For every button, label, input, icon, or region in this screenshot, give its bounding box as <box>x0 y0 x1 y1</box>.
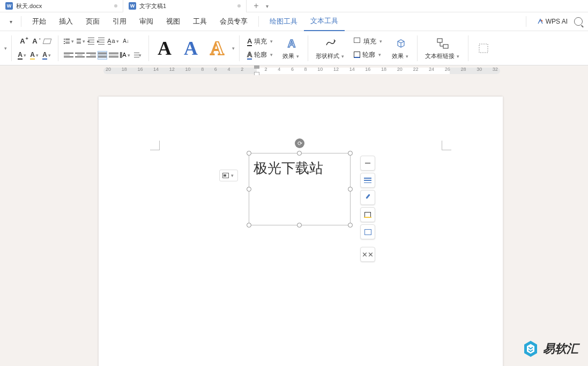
change-case-button[interactable]: A̲a▾ <box>108 36 119 47</box>
resize-handle-bl[interactable] <box>247 223 251 228</box>
align-center-button[interactable] <box>75 51 85 60</box>
bullet-list-button[interactable]: ▾ <box>64 38 75 45</box>
text-effect-button[interactable]: A 效果▾ <box>278 36 304 60</box>
svg-rect-1 <box>443 45 448 48</box>
tab-bar: W 秋天.docx W 文字文稿1 + ▾ <box>0 0 588 12</box>
rotate-handle[interactable]: ⟳ <box>295 138 304 148</box>
close-icon[interactable] <box>237 4 241 8</box>
toolbar-prev-button[interactable]: ▾ <box>3 45 8 52</box>
float-brush-button[interactable] <box>360 190 375 205</box>
minus-icon <box>365 163 370 164</box>
dashed-box-icon <box>478 42 489 54</box>
document-tab-1[interactable]: W 秋天.docx <box>0 0 123 12</box>
resize-handle-tm[interactable] <box>297 151 302 156</box>
cube-icon <box>395 37 407 50</box>
word-icon: W <box>5 2 13 10</box>
shape-fill-button[interactable]: 填充▾ <box>352 36 385 47</box>
menu-review[interactable]: 审阅 <box>133 17 160 26</box>
menu-view[interactable]: 视图 <box>160 17 187 26</box>
bucket-icon <box>364 212 371 218</box>
font-color-b-button[interactable]: A▾ <box>42 50 53 61</box>
floating-toolbar: ✕✕ <box>360 156 375 262</box>
align-distribute-button[interactable] <box>109 51 118 60</box>
resize-handle-tr[interactable] <box>348 151 353 156</box>
align-left-button[interactable] <box>64 51 73 60</box>
svg-rect-2 <box>479 44 488 53</box>
text-fill-button[interactable]: A填充▾ <box>245 36 276 47</box>
shape-style-icon <box>324 36 338 50</box>
menu-member[interactable]: 会员专享 <box>213 17 254 26</box>
document-canvas[interactable]: ▾ ⟳ 极光下载站 ✕✕ <box>0 75 588 366</box>
layout-icon <box>222 173 229 178</box>
tab-label: 秋天.docx <box>16 2 42 10</box>
watermark-logo-icon <box>523 340 539 358</box>
text-style-a2[interactable]: A <box>178 35 203 62</box>
resize-handle-br[interactable] <box>348 223 353 228</box>
menu-page[interactable]: 页面 <box>79 17 106 26</box>
font-color-a-button[interactable]: A▾ <box>17 50 28 61</box>
float-outline-button[interactable] <box>360 224 375 239</box>
menu-reference[interactable]: 引用 <box>106 17 133 26</box>
menu-text-tools[interactable]: 文本工具 <box>304 12 345 31</box>
number-list-button[interactable]: ▾ <box>77 38 86 45</box>
resize-handle-ml[interactable] <box>247 187 251 192</box>
font-grow-button[interactable]: A <box>17 36 28 47</box>
menu-dropdown-button[interactable]: ▾ <box>5 19 17 25</box>
sort-button[interactable]: A↓ <box>121 36 131 47</box>
wps-ai-label: WPS AI <box>546 18 568 25</box>
search-icon[interactable] <box>574 17 583 26</box>
horizontal-ruler[interactable]: 2018161412108642246810121416182022242628… <box>98 65 505 75</box>
svg-rect-0 <box>437 39 442 42</box>
margin-corner-icon <box>150 141 160 150</box>
float-collapse-button[interactable] <box>360 156 375 171</box>
menu-tools[interactable]: 工具 <box>187 17 213 26</box>
layout-options-button[interactable]: ▾ <box>219 170 238 181</box>
shape-style-button[interactable]: 形状样式▾ <box>311 36 349 60</box>
menu-insert[interactable]: 插入 <box>53 17 79 26</box>
text-style-more-button[interactable]: ▾ <box>231 45 236 52</box>
text-style-a3[interactable]: A <box>205 35 229 62</box>
tab-menu-button[interactable]: ▾ <box>262 3 272 9</box>
menu-bar: ▾ 开始 插入 页面 引用 审阅 视图 工具 会员专享 绘图工具 文本工具 WP… <box>0 12 588 31</box>
clear-format-button[interactable] <box>42 36 53 47</box>
indent-decrease-button[interactable] <box>88 38 96 45</box>
menu-drawing-tools[interactable]: 绘图工具 <box>263 17 304 26</box>
float-tools-button[interactable]: ✕✕ <box>360 247 375 262</box>
align-right-button[interactable] <box>86 51 96 60</box>
resize-handle-mr[interactable] <box>348 187 353 192</box>
close-icon[interactable] <box>114 4 117 8</box>
float-align-button[interactable] <box>360 173 375 188</box>
align-justify-button[interactable] <box>98 51 107 60</box>
document-tab-2[interactable]: W 文字文稿1 <box>123 0 247 12</box>
watermark-text: 易软汇 <box>543 341 578 357</box>
toolbar-extra-button[interactable] <box>472 41 495 56</box>
float-fill-button[interactable] <box>360 207 375 222</box>
add-tab-button[interactable]: + <box>251 1 262 11</box>
document-page[interactable]: ▾ ⟳ 极光下载站 ✕✕ <box>99 97 503 366</box>
word-icon: W <box>129 2 136 10</box>
textbox-text[interactable]: 极光下载站 <box>249 153 350 183</box>
textbox-link-icon <box>436 37 450 50</box>
font-shrink-button[interactable]: A <box>29 36 40 47</box>
menu-start[interactable]: 开始 <box>26 17 53 26</box>
outline-icon <box>354 52 360 58</box>
margin-corner-icon <box>442 141 451 150</box>
indent-increase-button[interactable] <box>98 38 107 45</box>
wps-ai-button[interactable]: WPS AI <box>537 18 568 25</box>
brush-icon <box>364 194 371 201</box>
ribbon-toolbar: ▾ A A A▾ A▾ A▾ ▾ ▾ A̲a▾ A↓ ǁA▾ <box>0 31 588 65</box>
text-outline-button[interactable]: A轮廓▾ <box>245 49 276 61</box>
paint-bucket-icon <box>354 38 361 45</box>
text-direction-button[interactable]: ǁA▾ <box>120 50 131 61</box>
resize-handle-tl[interactable] <box>247 151 251 156</box>
textbox-link-button[interactable]: 文本框链接▾ <box>421 36 465 60</box>
line-spacing-button[interactable]: ▾ <box>132 50 143 61</box>
shape-outline-button[interactable]: 轮廓▾ <box>352 49 385 61</box>
highlight-button[interactable]: A▾ <box>29 50 40 61</box>
lines-icon <box>364 178 371 183</box>
shape-effect-button[interactable]: 效果▾ <box>388 36 414 60</box>
text-style-a1[interactable]: A <box>152 35 177 62</box>
resize-handle-bm[interactable] <box>297 223 302 228</box>
selected-textbox[interactable]: ⟳ 极光下载站 <box>249 153 351 225</box>
tab-label: 文字文稿1 <box>139 2 166 10</box>
